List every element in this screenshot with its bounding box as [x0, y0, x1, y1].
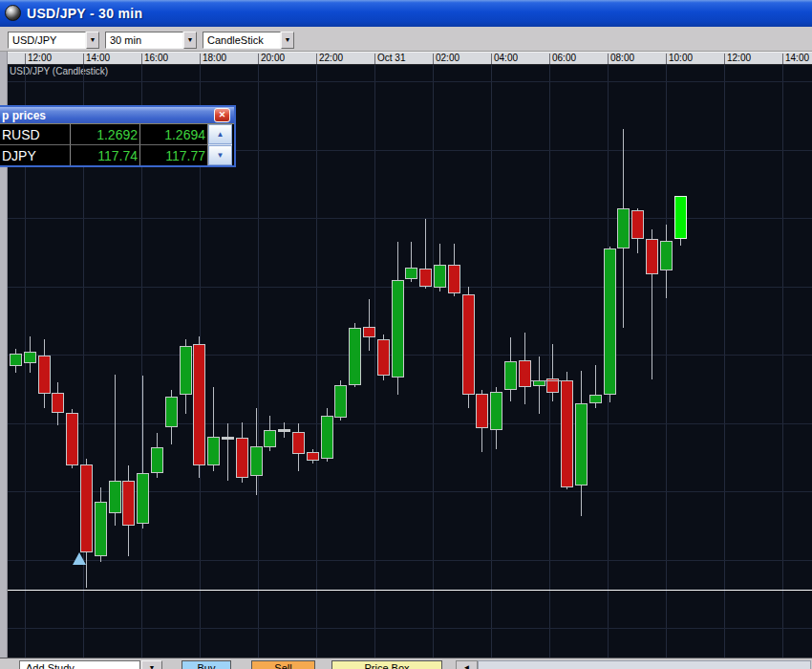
prices-window: p prices ✕ ▲ ▼ RUSD1.26921.2694DJPY117.7…: [0, 105, 236, 167]
row-divider: [0, 144, 208, 145]
candle-wick: [227, 423, 228, 481]
time-tick-label: 06:00: [552, 53, 576, 63]
candle-body: [95, 502, 107, 556]
price-row[interactable]: DJPY117.74117.77: [0, 145, 208, 165]
bottom-toolbar: Add Study ▼ Buy Sell Price Box ◄: [0, 658, 812, 669]
time-tick: [782, 54, 783, 64]
gridline-horizontal: [8, 423, 812, 424]
candle-body: [278, 429, 290, 432]
candle-body: [250, 446, 263, 476]
gridline-vertical: [316, 65, 317, 658]
time-tick-label: 04:00: [494, 53, 518, 63]
candle-body: [264, 430, 276, 447]
chart-toolbar: USD/JPY ▼ 30 min ▼ CandleStick ▼: [0, 27, 812, 52]
time-tick: [200, 54, 201, 64]
window-title: USD/JPY - 30 min: [27, 6, 142, 21]
candle-body: [434, 265, 446, 288]
candle-body: [392, 280, 404, 378]
chevron-down-icon[interactable]: ▼: [141, 660, 162, 669]
arrow-left-icon: ◄: [463, 663, 471, 669]
time-tick: [258, 54, 259, 64]
time-tick-label: 20:00: [261, 53, 285, 63]
candle-body: [448, 265, 460, 293]
time-tick: [374, 54, 375, 64]
time-tick: [83, 54, 84, 64]
prices-scroll-down-button[interactable]: ▼: [208, 145, 232, 165]
bid-cell: 117.74: [72, 148, 138, 163]
candle-body: [504, 361, 517, 390]
time-tick: [25, 54, 26, 64]
time-tick-label: 12:00: [727, 53, 751, 63]
prices-scroll-up-button[interactable]: ▲: [208, 124, 232, 144]
price-box-button[interactable]: Price Box: [331, 660, 442, 669]
prices-table: ▲ ▼ RUSD1.26921.2694DJPY117.74117.77: [0, 124, 234, 165]
baseline-white-line: [8, 590, 812, 591]
arrow-down-icon: ▼: [217, 151, 224, 160]
add-study-select[interactable]: Add Study: [19, 660, 140, 669]
time-tick: [491, 54, 492, 64]
candle-body: [604, 248, 616, 395]
time-tick-label: 12:00: [28, 53, 52, 63]
candle-body: [462, 294, 475, 395]
candle-body: [617, 208, 630, 248]
time-tick: [666, 54, 667, 64]
gridline-vertical: [433, 65, 434, 658]
candle-body: [405, 268, 417, 279]
candle-body: [575, 403, 588, 486]
candle-body: [519, 360, 531, 387]
time-tick: [549, 54, 550, 64]
charttype-select[interactable]: CandleStick ▼: [203, 32, 294, 49]
candle-body: [363, 327, 375, 337]
buy-button[interactable]: Buy: [182, 660, 231, 669]
time-tick: [608, 54, 609, 64]
gridline-horizontal: [8, 355, 812, 356]
hscroll-left-button[interactable]: ◄: [456, 660, 478, 669]
window-titlebar[interactable]: USD/JPY - 30 min: [0, 0, 812, 27]
candle-body: [180, 346, 192, 395]
trade-marker-icon: [73, 552, 86, 565]
sell-button[interactable]: Sell: [251, 660, 315, 669]
instrument-cell: DJPY: [2, 148, 36, 163]
prices-scrollbar[interactable]: ▲ ▼: [208, 124, 232, 165]
chevron-down-icon[interactable]: ▼: [281, 32, 294, 49]
app-window: USD/JPY - 30 min USD/JPY ▼ 30 min ▼ Cand…: [0, 0, 812, 669]
arrow-up-icon: ▲: [217, 130, 224, 139]
hscroll-track[interactable]: [478, 660, 811, 669]
gridline-horizontal: [8, 218, 812, 219]
prices-window-titlebar[interactable]: p prices ✕: [0, 107, 234, 124]
candle-body: [165, 397, 178, 427]
price-row[interactable]: RUSD1.26921.2694: [0, 124, 208, 144]
candle-body: [490, 392, 502, 430]
chevron-down-icon[interactable]: ▼: [183, 32, 197, 49]
chevron-down-icon[interactable]: ▼: [86, 32, 99, 49]
symbol-select[interactable]: USD/JPY ▼: [8, 32, 99, 49]
time-tick-label: 02:00: [436, 53, 459, 63]
ask-cell: 117.77: [141, 148, 205, 163]
gridline-horizontal: [8, 628, 812, 629]
candle-body: [222, 437, 234, 440]
candle-body: [307, 452, 319, 461]
interval-select-value[interactable]: 30 min: [105, 32, 183, 49]
time-tick-label: 08:00: [610, 53, 634, 63]
time-tick: [316, 54, 317, 64]
gridline-vertical: [724, 65, 725, 658]
gridline-vertical: [666, 65, 667, 658]
candle-body: [80, 464, 93, 552]
candle-body: [349, 328, 361, 385]
candle-body: [52, 393, 64, 413]
interval-select[interactable]: 30 min ▼: [105, 32, 197, 49]
candle-body: [476, 394, 488, 428]
bid-cell: 1.2692: [72, 127, 138, 142]
time-axis: 12:0014:0016:0018:0020:0022:00Oct 3102:0…: [0, 52, 812, 65]
candle-body: [10, 354, 22, 366]
candle-wick: [369, 299, 370, 351]
candle-body: [646, 239, 658, 274]
time-tick: [724, 54, 725, 64]
prices-close-button[interactable]: ✕: [214, 108, 230, 122]
time-tick: [141, 54, 142, 64]
price-dash: [531, 380, 562, 381]
candle-body: [377, 339, 390, 376]
charttype-select-value[interactable]: CandleStick: [203, 32, 281, 49]
time-tick-label: 14:00: [86, 53, 110, 63]
symbol-select-value[interactable]: USD/JPY: [8, 32, 86, 49]
